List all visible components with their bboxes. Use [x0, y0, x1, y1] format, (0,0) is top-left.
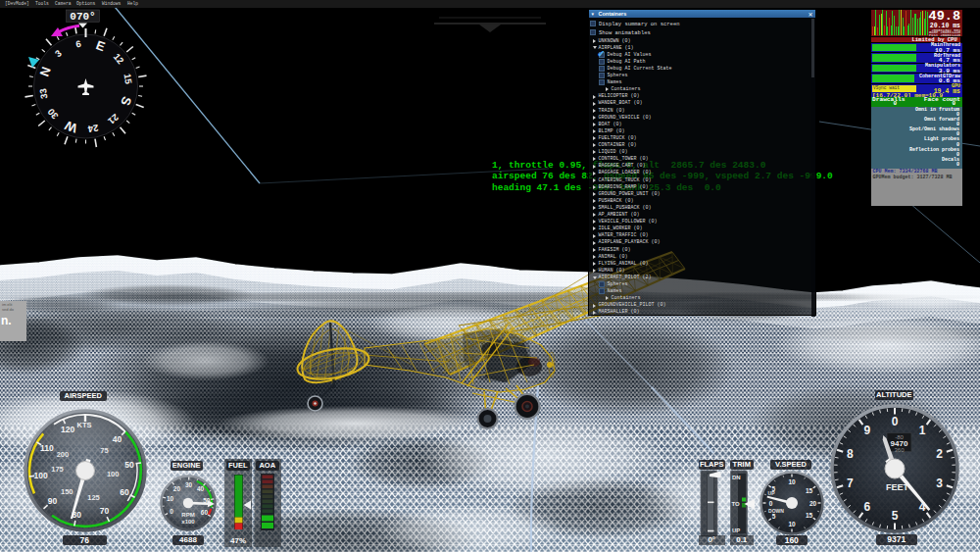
svg-text:0: 0 — [170, 508, 173, 515]
svg-text:DOWN: DOWN — [768, 508, 784, 514]
svg-text:x100: x100 — [181, 519, 195, 525]
svg-text:1: 1 — [919, 424, 926, 437]
svg-text:KTS: KTS — [77, 421, 92, 429]
svg-text:9: 9 — [863, 424, 870, 437]
svg-text:110: 110 — [40, 443, 54, 453]
svg-text:10: 10 — [167, 495, 174, 502]
svg-text:175: 175 — [51, 465, 64, 474]
svg-text:2: 2 — [936, 447, 943, 461]
svg-text:TO: TO — [732, 501, 741, 507]
svg-text:360: 360 — [894, 447, 905, 453]
svg-text:90: 90 — [48, 496, 58, 506]
svg-text:20: 20 — [173, 485, 181, 492]
svg-text:UP: UP — [768, 490, 776, 496]
svg-text:10: 10 — [788, 521, 796, 527]
svg-text:200: 200 — [57, 450, 70, 459]
svg-text:8: 8 — [847, 447, 854, 461]
svg-text:7: 7 — [847, 477, 854, 490]
svg-text:0: 0 — [769, 500, 773, 507]
svg-text:15: 15 — [806, 512, 813, 519]
svg-text:20: 20 — [809, 500, 817, 507]
svg-text:10: 10 — [788, 478, 796, 485]
svg-text:100: 100 — [34, 471, 48, 480]
svg-text:5: 5 — [772, 513, 776, 520]
svg-text:50: 50 — [124, 460, 134, 470]
svg-text:40: 40 — [197, 485, 205, 492]
svg-text:15: 15 — [806, 487, 813, 494]
svg-text:0: 0 — [892, 415, 899, 428]
svg-text:6: 6 — [863, 500, 870, 514]
svg-text:3: 3 — [936, 477, 943, 490]
svg-text:5: 5 — [892, 509, 899, 523]
svg-text:70: 70 — [100, 506, 110, 516]
svg-text:100: 100 — [107, 470, 120, 478]
svg-text:60: 60 — [201, 509, 209, 516]
svg-text:60: 60 — [120, 487, 129, 497]
svg-text:120: 120 — [61, 425, 74, 434]
svg-text:40: 40 — [113, 434, 122, 444]
svg-text:150: 150 — [61, 487, 74, 496]
svg-text:DN: DN — [732, 475, 741, 480]
svg-text:30: 30 — [185, 481, 193, 488]
svg-text:125: 125 — [87, 493, 100, 502]
svg-text:UP: UP — [732, 527, 740, 533]
svg-text:75: 75 — [100, 446, 108, 455]
svg-text:RPM: RPM — [181, 512, 194, 518]
